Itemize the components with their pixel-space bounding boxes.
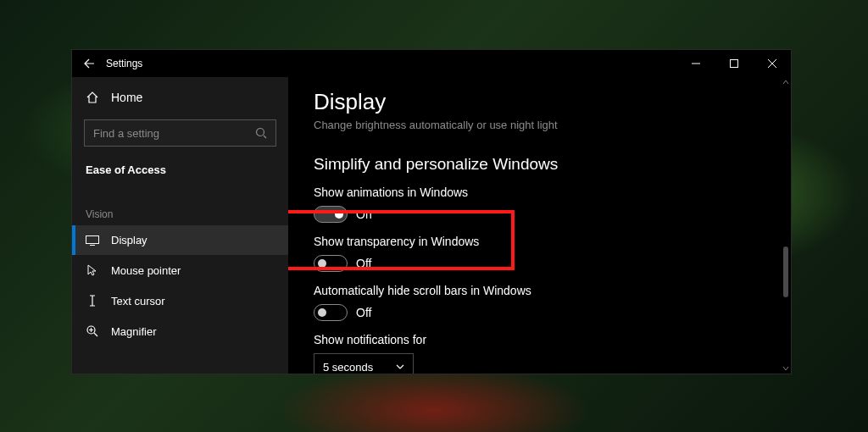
content-pane: Display Change brightness automatically … [288, 77, 791, 374]
sidebar-item-label: Display [111, 234, 147, 246]
notifications-dropdown[interactable]: 5 seconds [314, 353, 414, 374]
scroll-thumb[interactable] [783, 246, 788, 297]
settings-window: Settings Home [71, 49, 792, 374]
toggle-transparency[interactable] [314, 255, 348, 272]
setting-notifications: Show notifications for 5 seconds [314, 333, 765, 374]
setting-label: Show notifications for [314, 333, 765, 346]
minimize-icon [692, 59, 700, 68]
search-icon [255, 127, 267, 139]
section-heading: Simplify and personalize Windows [314, 155, 765, 174]
setting-transparency: Show transparency in Windows Off [314, 235, 765, 272]
home-icon [86, 91, 99, 104]
setting-scrollbars: Automatically hide scroll bars in Window… [314, 284, 765, 321]
mouse-pointer-icon [86, 263, 99, 277]
sidebar-item-magnifier[interactable]: Magnifier [72, 316, 288, 346]
toggle-state: Off [356, 306, 371, 319]
arrow-left-icon [83, 58, 95, 69]
svg-rect-2 [86, 235, 99, 243]
dropdown-value: 5 seconds [323, 361, 373, 374]
toggle-state: On [356, 208, 372, 221]
search-input[interactable] [93, 127, 248, 140]
back-button[interactable] [72, 50, 106, 77]
window-title: Settings [106, 58, 142, 69]
sidebar-item-text-cursor[interactable]: Text cursor [72, 285, 288, 316]
maximize-icon [730, 59, 738, 68]
toggle-animations[interactable] [314, 206, 348, 223]
text-cursor-icon [86, 294, 99, 307]
titlebar: Settings [72, 50, 791, 77]
scrollbar[interactable] [781, 77, 791, 374]
scroll-down-icon[interactable] [781, 363, 791, 374]
close-button[interactable] [753, 50, 791, 77]
sidebar-item-label: Mouse pointer [111, 264, 181, 277]
setting-animations: Show animations in Windows On [314, 186, 765, 223]
setting-label: Show transparency in Windows [314, 235, 765, 248]
sidebar-home[interactable]: Home [72, 84, 288, 111]
display-icon [86, 235, 99, 246]
sidebar-item-label: Text cursor [111, 295, 165, 307]
page-title: Display [314, 89, 765, 115]
sidebar-group-vision: Vision [72, 185, 288, 225]
svg-rect-0 [730, 60, 737, 68]
minimize-button[interactable] [676, 50, 715, 77]
svg-point-1 [257, 129, 264, 136]
toggle-scrollbars[interactable] [314, 304, 348, 321]
sidebar: Home Ease of Access Vision Display [72, 77, 288, 374]
sidebar-item-mouse-pointer[interactable]: Mouse pointer [72, 255, 288, 285]
maximize-button[interactable] [715, 50, 753, 77]
magnifier-icon [86, 324, 99, 338]
page-subtitle: Change brightness automatically or use n… [314, 119, 765, 131]
sidebar-section-title: Ease of Access [72, 160, 288, 185]
sidebar-item-label: Magnifier [111, 325, 156, 338]
toggle-state: Off [356, 257, 371, 270]
setting-label: Automatically hide scroll bars in Window… [314, 284, 765, 297]
close-icon [768, 59, 776, 68]
sidebar-home-label: Home [111, 91, 142, 104]
chevron-down-icon [396, 364, 404, 369]
search-box[interactable] [84, 119, 276, 147]
sidebar-item-display[interactable]: Display [72, 225, 288, 255]
setting-label: Show animations in Windows [314, 186, 765, 199]
scroll-up-icon[interactable] [781, 77, 791, 87]
